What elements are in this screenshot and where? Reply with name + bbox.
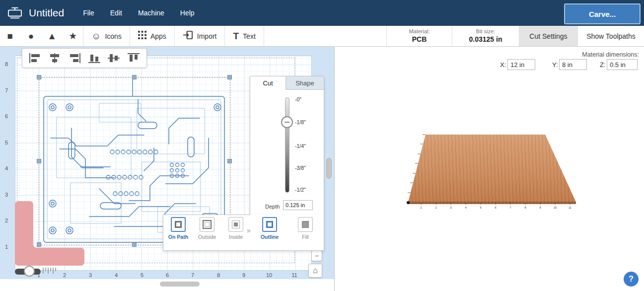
text-tool-icon: T	[233, 31, 239, 42]
ruler-label: 9	[239, 272, 248, 278]
ruler-label: 2	[60, 272, 69, 278]
icons-button[interactable]: ☺ Icons	[83, 26, 130, 46]
zoom-ruler-icon	[43, 267, 58, 277]
on-path-button[interactable]: On Path	[164, 217, 192, 248]
inside-button[interactable]: Inside	[222, 217, 250, 248]
depth-label: Depth	[265, 204, 280, 210]
toolbar-spacer	[264, 26, 387, 46]
selection-handle[interactable]	[37, 75, 41, 79]
canvas-zoom-out-button[interactable]: −	[311, 250, 322, 261]
bit-size-info[interactable]: Bit size: 0.03125 in	[452, 26, 519, 46]
align-left-icon	[29, 53, 42, 64]
square-shape-button[interactable]: ■	[0, 31, 20, 42]
bit-size-value: 0.03125 in	[469, 35, 502, 44]
zoom-knob[interactable]	[24, 266, 35, 277]
cut-shape-panel: Cut Shape -0" -1/8" -1/4" -3/8" -1/2" De…	[250, 76, 324, 215]
align-center-horizontal-icon	[48, 53, 61, 64]
fill-label: Fill	[302, 234, 308, 240]
y-dimension-label: Y:	[552, 61, 558, 69]
material-info[interactable]: Material: PCB	[387, 26, 452, 46]
ruler-label: 7	[2, 87, 11, 93]
align-middle-vertical-icon	[107, 53, 120, 64]
menu-bar: File Edit Machine Help	[83, 9, 194, 17]
help-button[interactable]: ?	[624, 272, 639, 287]
depth-tick-label: -1/8"	[295, 119, 306, 125]
smiley-icon: ☺	[91, 31, 101, 42]
import-icon	[183, 30, 193, 42]
import-label: Import	[197, 32, 217, 40]
align-top-icon	[127, 53, 140, 64]
inside-label: Inside	[229, 234, 243, 240]
align-center-horizontal-button[interactable]	[46, 51, 63, 66]
carve-button[interactable]: Carve...	[564, 3, 641, 24]
horizontal-scrollbar[interactable]	[160, 282, 200, 287]
ruler-label: 6	[2, 113, 11, 119]
show-toolpaths-tab[interactable]: Show Toolpaths	[578, 26, 644, 46]
apps-button[interactable]: Apps	[130, 26, 175, 46]
star-shape-button[interactable]: ★	[63, 30, 83, 42]
menu-item-help[interactable]: Help	[180, 9, 195, 17]
star-icon: ★	[69, 30, 77, 42]
align-bottom-button[interactable]	[86, 51, 103, 66]
cut-settings-tab[interactable]: Cut Settings	[519, 26, 578, 46]
align-right-button[interactable]	[66, 51, 83, 66]
easel-machine-logo-icon[interactable]	[6, 5, 24, 21]
ruler-label: 11	[290, 272, 299, 278]
bit-size-label: Bit size:	[476, 28, 496, 35]
cut-position-panel: On Path Outside Inside » Outline Fill	[163, 215, 324, 251]
tab-cut[interactable]: Cut	[250, 76, 286, 90]
icons-label: Icons	[105, 32, 121, 40]
triangle-icon: ▲	[47, 31, 57, 42]
import-button[interactable]: Import	[175, 26, 225, 46]
selection-handle[interactable]	[37, 242, 41, 247]
ruler-label: 4	[2, 165, 11, 171]
outline-button[interactable]: Outline	[256, 217, 284, 248]
material-label: Material:	[409, 28, 429, 35]
triangle-shape-button[interactable]: ▲	[42, 31, 62, 42]
menu-item-file[interactable]: File	[83, 9, 94, 17]
menu-item-edit[interactable]: Edit	[110, 9, 122, 17]
ruler-label: 5	[2, 140, 11, 146]
depth-tick-label: -3/8"	[295, 165, 306, 171]
ruler-label: 5	[138, 272, 146, 278]
selection-handle[interactable]	[132, 75, 137, 79]
depth-slider-knob[interactable]	[281, 116, 293, 128]
ruler-label: 8	[2, 61, 11, 67]
menu-item-machine[interactable]: Machine	[138, 9, 164, 17]
outside-label: Outside	[198, 234, 216, 240]
show-toolpaths-label: Show Toolpaths	[586, 32, 636, 40]
panel-border	[163, 215, 250, 215]
apps-label: Apps	[150, 32, 166, 40]
tab-shape[interactable]: Shape	[286, 76, 324, 90]
x-dimension-input[interactable]	[507, 59, 535, 70]
depth-slider-track[interactable]	[285, 97, 289, 193]
outside-icon	[200, 217, 215, 232]
align-left-button[interactable]	[27, 51, 44, 66]
align-right-icon	[68, 53, 81, 64]
depth-tick-label: -0"	[295, 96, 301, 102]
z-dimension-input[interactable]	[607, 59, 638, 70]
fill-button[interactable]: Fill	[291, 217, 319, 248]
on-path-icon	[171, 217, 186, 232]
minus-icon: −	[315, 252, 319, 260]
home-icon: ⌂	[313, 266, 318, 276]
selection-handle[interactable]	[37, 159, 41, 163]
align-top-button[interactable]	[125, 51, 142, 66]
outline-icon	[262, 217, 277, 232]
vertical-scrollbar[interactable]	[326, 158, 332, 179]
canvas-home-button[interactable]: ⌂	[308, 264, 322, 278]
circle-shape-button[interactable]: ●	[21, 31, 41, 42]
selection-handle[interactable]	[132, 242, 137, 247]
text-button[interactable]: T Text	[225, 26, 264, 46]
selection-handle[interactable]	[227, 75, 232, 79]
depth-input[interactable]	[283, 200, 313, 210]
text-label: Text	[243, 32, 256, 40]
project-title[interactable]: Untitled	[29, 7, 64, 19]
ruler-label: 7	[188, 272, 197, 278]
outside-button[interactable]: Outside	[193, 217, 221, 248]
depth-tick-label: -1/4"	[295, 143, 306, 149]
align-middle-vertical-button[interactable]	[105, 51, 122, 66]
selection-handle[interactable]	[227, 159, 232, 163]
y-dimension-input[interactable]	[559, 59, 587, 70]
circle-icon: ●	[28, 31, 34, 42]
